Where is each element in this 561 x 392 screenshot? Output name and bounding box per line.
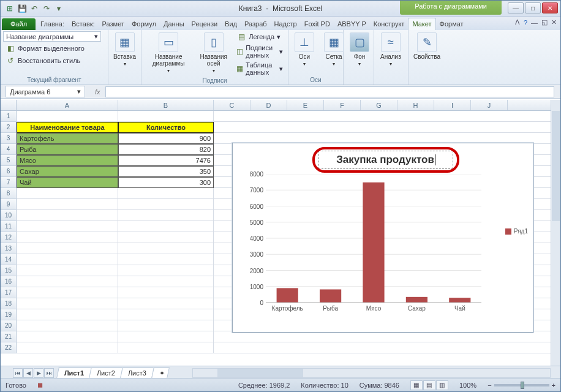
row-header[interactable]: 21 [1, 331, 17, 342]
formula-input[interactable] [105, 86, 554, 97]
tab-home[interactable]: Главна: [37, 18, 68, 30]
data-table-button[interactable]: ▦Таблица данных ▾ [234, 61, 285, 77]
row-header[interactable]: 10 [1, 210, 17, 221]
save-icon[interactable]: 💾 [17, 3, 28, 14]
name-box[interactable]: Диаграмма 6▾ [6, 86, 85, 97]
horizontal-scrollbar[interactable] [192, 368, 551, 378]
ribbon-minimize-icon[interactable]: ᐱ [515, 18, 520, 26]
row-header[interactable]: 12 [1, 232, 17, 243]
cell[interactable] [118, 221, 214, 232]
cell[interactable]: 300 [118, 177, 214, 188]
cell[interactable] [17, 243, 118, 254]
cell[interactable]: Количество [118, 122, 214, 133]
tab-view[interactable]: Вид [221, 18, 241, 30]
new-sheet-button[interactable]: ✦ [151, 368, 170, 379]
zoom-in-icon[interactable]: + [552, 382, 555, 389]
sheet-tab[interactable]: Лист1 [56, 368, 92, 378]
row-header[interactable]: 2 [1, 122, 17, 133]
reset-style-button[interactable]: ↺Восстановить стиль [3, 55, 83, 66]
col-header[interactable]: D [250, 100, 287, 110]
data-labels-button[interactable]: ◫Подписи данных ▾ [234, 43, 285, 59]
cell[interactable] [118, 210, 214, 221]
cell[interactable] [17, 210, 118, 221]
cell[interactable] [17, 331, 118, 342]
row-header[interactable]: 6 [1, 166, 17, 177]
tab-abbyy[interactable]: ABBYY P [334, 18, 370, 30]
col-header[interactable]: I [434, 100, 471, 110]
view-normal-icon[interactable]: ▦ [410, 380, 423, 390]
row-header[interactable]: 3 [1, 133, 17, 144]
undo-icon[interactable]: ↶ [29, 3, 40, 14]
cell[interactable] [118, 254, 214, 265]
analysis-button[interactable]: ≈Анализ▾ [377, 31, 405, 68]
cell[interactable] [17, 287, 118, 298]
file-tab[interactable]: Файл [2, 18, 36, 30]
cell[interactable] [118, 287, 214, 298]
cell[interactable] [214, 111, 560, 122]
row-header[interactable]: 8 [1, 188, 17, 199]
tab-addins[interactable]: Надстр [271, 18, 301, 30]
cell[interactable]: Рыба [17, 144, 118, 155]
col-header[interactable]: F [324, 100, 361, 110]
macro-record-icon[interactable]: ◼ [37, 381, 43, 389]
close-button[interactable]: ✕ [542, 2, 558, 13]
minimize-button[interactable]: ― [508, 2, 524, 13]
tab-insert[interactable]: Вставк: [68, 18, 99, 30]
cell[interactable] [17, 199, 118, 210]
cell[interactable]: Картофель [17, 133, 118, 144]
col-header[interactable]: B [118, 100, 214, 110]
row-header[interactable]: 19 [1, 309, 17, 320]
cell[interactable] [17, 342, 118, 353]
cell[interactable] [214, 331, 560, 342]
cell[interactable] [118, 320, 214, 331]
col-header[interactable]: J [471, 100, 508, 110]
sheet-nav-last-icon[interactable]: ⏭ [44, 368, 54, 378]
embedded-chart[interactable]: Закупка продуктов 0100020003000400050006… [232, 143, 533, 333]
cell[interactable] [118, 309, 214, 320]
cell[interactable] [17, 309, 118, 320]
redo-icon[interactable]: ↷ [41, 3, 52, 14]
cell[interactable] [214, 342, 560, 353]
excel-icon[interactable]: ⊞ [4, 3, 15, 14]
tab-developer[interactable]: Разраб [241, 18, 271, 30]
axes-button[interactable]: ⊥Оси▾ [291, 31, 318, 68]
cell[interactable]: 350 [118, 166, 214, 177]
cell[interactable] [17, 221, 118, 232]
cell[interactable] [17, 298, 118, 309]
row-header[interactable]: 15 [1, 265, 17, 276]
sheet-tab[interactable]: Лист3 [120, 368, 154, 378]
fx-icon[interactable]: fx [90, 88, 105, 96]
view-pagebreak-icon[interactable]: ▥ [436, 380, 448, 390]
cell[interactable]: Чай [17, 177, 118, 188]
cell[interactable]: 900 [118, 133, 214, 144]
cell[interactable] [118, 243, 214, 254]
zoom-slider[interactable]: − + [488, 382, 555, 389]
cell[interactable] [17, 276, 118, 287]
axis-titles-button[interactable]: ▯Названия осей▾ [195, 31, 232, 75]
tab-chart-design[interactable]: Конструкт [370, 18, 409, 30]
zoom-level[interactable]: 100% [459, 382, 476, 389]
sheet-nav-first-icon[interactable]: ⏮ [13, 368, 23, 378]
chart-title-editbox[interactable]: Закупка продуктов [318, 151, 453, 169]
row-header[interactable]: 4 [1, 144, 17, 155]
row-header[interactable]: 20 [1, 320, 17, 331]
row-header[interactable]: 16 [1, 276, 17, 287]
zoom-out-icon[interactable]: − [488, 382, 491, 389]
row-header[interactable]: 1 [1, 111, 17, 122]
cell[interactable] [17, 111, 118, 122]
row-header[interactable]: 13 [1, 243, 17, 254]
legend-button[interactable]: ▤Легенда ▾ [234, 31, 285, 42]
background-button[interactable]: ▢Фон▾ [346, 31, 373, 68]
format-selection-button[interactable]: ◧Формат выделенного [3, 43, 87, 54]
namebox-dropdown-icon[interactable]: ▾ [77, 88, 81, 96]
cell[interactable]: Сахар [17, 166, 118, 177]
help-icon[interactable]: ? [524, 19, 527, 26]
cell[interactable] [17, 188, 118, 199]
cell[interactable] [17, 265, 118, 276]
tab-chart-layout[interactable]: Макет [408, 18, 435, 30]
tab-data[interactable]: Данны [160, 18, 188, 30]
cell[interactable] [17, 232, 118, 243]
maximize-button[interactable]: □ [525, 2, 541, 13]
tab-chart-format[interactable]: Формат [436, 18, 467, 30]
workbook-minimize-icon[interactable]: ― [531, 19, 538, 26]
